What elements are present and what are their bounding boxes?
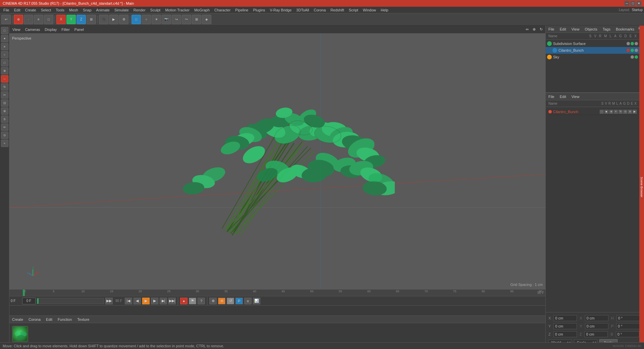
viewport-move-icon[interactable]: ⇔ — [524, 27, 530, 32]
menu-edit[interactable]: Edit — [12, 7, 22, 13]
obj-edit[interactable]: Edit — [558, 27, 568, 32]
obj-row-cilantro[interactable]: Cilantro_Bunch — [546, 47, 639, 54]
play-button[interactable]: ▶ — [142, 298, 150, 304]
bend-button[interactable]: ↪ — [172, 15, 181, 24]
timeline-graph[interactable]: 📊 — [253, 298, 260, 304]
motion-key-button[interactable]: ⊕ — [218, 298, 225, 304]
live-selection[interactable]: ○ — [1, 51, 8, 58]
menu-3dtoall[interactable]: 3DToAll — [294, 7, 311, 13]
extrude-tool[interactable]: ⊡ — [1, 99, 8, 107]
render-active-button[interactable]: ▶ — [109, 15, 118, 24]
z-rot-field[interactable] — [584, 331, 608, 337]
hair-button[interactable]: 〜 — [182, 15, 191, 24]
viewport-menu-filter[interactable]: Filter — [60, 27, 71, 32]
play-all-button[interactable]: ▶▶ — [105, 298, 113, 304]
x-axis-button[interactable]: X — [56, 15, 66, 24]
menu-character[interactable]: Character — [212, 7, 232, 13]
menu-tools[interactable]: Tools — [54, 7, 66, 13]
poly-mode-button[interactable]: □ — [44, 15, 53, 24]
floor-tool[interactable]: ≡ — [1, 43, 8, 50]
rotate-tool[interactable]: ↻ — [1, 83, 8, 91]
key-all-button[interactable]: ? — [198, 298, 205, 304]
menu-mesh[interactable]: Mesh — [67, 7, 80, 13]
obj-bookmarks[interactable]: Bookmarks — [614, 27, 636, 32]
obj-row-sky[interactable]: Sky — [546, 54, 639, 60]
frame-input[interactable]: 0 F — [22, 298, 36, 304]
y-axis-button[interactable]: Y — [66, 15, 76, 24]
layout-value[interactable]: Startup — [632, 8, 643, 12]
sphere-button[interactable]: ○ — [142, 15, 151, 24]
obj-row-subdivision[interactable]: Subdivision Surface — [546, 40, 639, 47]
attr-view[interactable]: View — [570, 94, 581, 99]
y-rot-field[interactable] — [585, 323, 608, 329]
obj-file[interactable]: File — [547, 27, 556, 32]
render-region-button[interactable]: 🎥 — [99, 15, 108, 24]
menu-sculpt[interactable]: Sculpt — [148, 7, 163, 13]
menu-vray[interactable]: V-Ray Bridge — [268, 7, 294, 13]
timeline-settings[interactable]: ≡ — [244, 298, 252, 304]
menu-create[interactable]: Create — [23, 7, 38, 13]
menu-window[interactable]: Window — [361, 7, 378, 13]
camera-button[interactable]: 📷 — [162, 15, 171, 24]
obj-view[interactable]: View — [570, 27, 581, 32]
viewport-menu-view[interactable]: View — [11, 27, 22, 32]
z-position-field[interactable] — [553, 331, 577, 337]
p-field[interactable] — [616, 323, 640, 329]
menu-motion-tracker[interactable]: Motion Tracker — [163, 7, 192, 13]
menu-simulate[interactable]: Simulate — [112, 7, 131, 13]
menu-corona[interactable]: Corona — [312, 7, 328, 13]
scene-browser-tab[interactable]: Scene Browser — [639, 26, 644, 349]
menu-file[interactable]: File — [1, 7, 11, 13]
magnet-tool[interactable]: ⊛ — [1, 107, 8, 115]
world-axis-button[interactable]: ⊞ — [87, 15, 96, 24]
prev-frame-button[interactable]: ◀ — [133, 298, 141, 304]
move-tool[interactable]: ↔ — [1, 75, 8, 83]
mat-create[interactable]: Create — [11, 317, 24, 322]
b-field[interactable] — [616, 331, 639, 337]
z-axis-button[interactable]: Z — [76, 15, 86, 24]
points-mode-button[interactable]: · — [24, 15, 33, 24]
menu-plugins[interactable]: Plugins — [251, 7, 267, 13]
y-position-field[interactable] — [553, 323, 577, 329]
mat-corona[interactable]: Corona — [27, 317, 42, 322]
scale-tool[interactable]: ⊕ — [1, 67, 8, 74]
close-button[interactable]: ✕ — [637, 1, 641, 6]
h-field[interactable] — [616, 315, 640, 321]
first-frame-button[interactable]: |◀ — [125, 298, 132, 304]
mat-texture[interactable]: Texture — [76, 317, 91, 322]
iron-tool[interactable]: S — [1, 115, 8, 123]
maximize-button[interactable]: □ — [631, 1, 635, 6]
obj-tags[interactable]: Tags — [601, 27, 612, 32]
viewport-menu-display[interactable]: Display — [43, 27, 58, 32]
grid-button[interactable]: ⊞ — [192, 15, 201, 24]
x-position-field[interactable] — [553, 315, 577, 321]
texture-tool[interactable]: ✦ — [1, 35, 8, 42]
ik-button[interactable]: P — [235, 298, 243, 304]
undo-button[interactable]: ↩ — [1, 15, 11, 24]
frame-marker[interactable] — [23, 290, 25, 296]
viewport-menu-panel[interactable]: Panel — [73, 27, 86, 32]
menu-script[interactable]: Script — [347, 7, 360, 13]
menu-pipeline[interactable]: Pipeline — [233, 7, 250, 13]
timeline-scrubber[interactable] — [37, 298, 104, 304]
menu-snap[interactable]: Snap — [81, 7, 94, 13]
attr-edit[interactable]: Edit — [558, 94, 568, 99]
loop-button[interactable]: ↺ — [227, 298, 234, 304]
knife-tool[interactable]: ✂ — [1, 91, 8, 99]
next-frame-button[interactable]: ▶ — [151, 298, 158, 304]
viewport-zoom-icon[interactable]: ⊕ — [531, 27, 537, 32]
last-key-button[interactable]: ▶▶| — [168, 298, 176, 304]
select-mode-button[interactable]: ⊕ — [14, 15, 23, 24]
menu-redshift[interactable]: Redshift — [328, 7, 346, 13]
material-thumbnail[interactable] — [12, 326, 28, 342]
rect-selection[interactable]: □ — [1, 59, 8, 66]
menu-mograph[interactable]: MoGraph — [192, 7, 212, 13]
menu-animate[interactable]: Animate — [94, 7, 112, 13]
light-button[interactable]: ☀ — [152, 15, 161, 24]
menu-help[interactable]: Help — [379, 7, 390, 13]
mat-edit[interactable]: Edit — [45, 317, 54, 322]
cube-button[interactable]: □ — [131, 15, 141, 24]
menu-render[interactable]: Render — [131, 7, 148, 13]
auto-key-button[interactable]: ⚑ — [189, 298, 196, 304]
sculpt-tool[interactable]: ≈ — [1, 140, 8, 147]
